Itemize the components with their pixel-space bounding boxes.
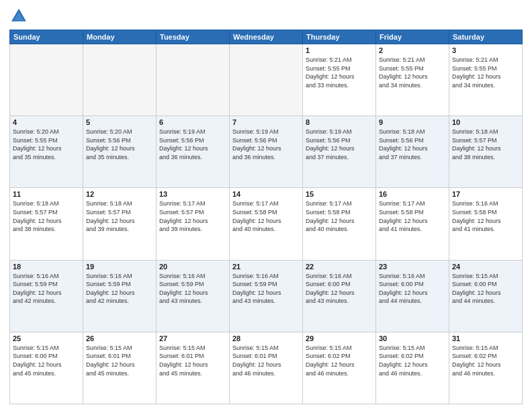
day-info: Sunrise: 5:16 AM Sunset: 5:59 PM Dayligh… bbox=[232, 272, 300, 306]
day-info: Sunrise: 5:16 AM Sunset: 5:59 PM Dayligh… bbox=[86, 272, 153, 306]
calendar-cell: 25Sunrise: 5:15 AM Sunset: 6:00 PM Dayli… bbox=[10, 332, 83, 404]
day-number: 16 bbox=[379, 190, 446, 198]
day-info: Sunrise: 5:21 AM Sunset: 5:55 PM Dayligh… bbox=[379, 56, 446, 89]
calendar-cell bbox=[157, 44, 230, 116]
calendar-table: SundayMondayTuesdayWednesdayThursdayFrid… bbox=[9, 30, 523, 404]
logo bbox=[9, 7, 31, 26]
calendar-cell: 28Sunrise: 5:15 AM Sunset: 6:01 PM Dayli… bbox=[230, 332, 303, 404]
day-number: 20 bbox=[159, 263, 226, 271]
day-number: 9 bbox=[379, 118, 446, 126]
day-number: 11 bbox=[13, 190, 80, 198]
day-info: Sunrise: 5:18 AM Sunset: 5:57 PM Dayligh… bbox=[86, 199, 153, 233]
day-info: Sunrise: 5:15 AM Sunset: 6:01 PM Dayligh… bbox=[232, 344, 300, 377]
day-info: Sunrise: 5:17 AM Sunset: 5:57 PM Dayligh… bbox=[159, 199, 226, 233]
day-info: Sunrise: 5:21 AM Sunset: 5:55 PM Dayligh… bbox=[452, 56, 519, 89]
calendar-week-3: 11Sunrise: 5:18 AM Sunset: 5:57 PM Dayli… bbox=[10, 188, 523, 260]
day-number: 22 bbox=[306, 263, 373, 271]
weekday-header-sunday: Sunday bbox=[10, 30, 83, 44]
day-number: 28 bbox=[232, 334, 300, 342]
calendar-cell: 26Sunrise: 5:15 AM Sunset: 6:01 PM Dayli… bbox=[83, 332, 157, 404]
weekday-header-saturday: Saturday bbox=[449, 30, 523, 44]
day-info: Sunrise: 5:20 AM Sunset: 5:55 PM Dayligh… bbox=[13, 128, 80, 161]
weekday-header-monday: Monday bbox=[83, 30, 157, 44]
calendar-cell bbox=[83, 44, 157, 116]
calendar-cell: 17Sunrise: 5:16 AM Sunset: 5:58 PM Dayli… bbox=[449, 188, 523, 260]
calendar-week-1: 1Sunrise: 5:21 AM Sunset: 5:55 PM Daylig… bbox=[10, 44, 523, 116]
calendar-cell: 27Sunrise: 5:15 AM Sunset: 6:01 PM Dayli… bbox=[157, 332, 230, 404]
day-info: Sunrise: 5:17 AM Sunset: 5:58 PM Dayligh… bbox=[232, 199, 300, 233]
day-number: 24 bbox=[452, 263, 519, 271]
day-info: Sunrise: 5:15 AM Sunset: 6:02 PM Dayligh… bbox=[452, 344, 519, 377]
day-number: 10 bbox=[452, 118, 519, 126]
day-number: 23 bbox=[379, 263, 446, 271]
calendar-cell: 6Sunrise: 5:19 AM Sunset: 5:56 PM Daylig… bbox=[157, 116, 230, 188]
day-info: Sunrise: 5:15 AM Sunset: 6:00 PM Dayligh… bbox=[452, 272, 519, 306]
day-info: Sunrise: 5:15 AM Sunset: 6:01 PM Dayligh… bbox=[159, 344, 226, 377]
calendar-cell: 14Sunrise: 5:17 AM Sunset: 5:58 PM Dayli… bbox=[230, 188, 303, 260]
day-info: Sunrise: 5:15 AM Sunset: 6:01 PM Dayligh… bbox=[86, 344, 153, 377]
day-info: Sunrise: 5:16 AM Sunset: 5:59 PM Dayligh… bbox=[159, 272, 226, 306]
day-number: 19 bbox=[86, 263, 153, 271]
day-info: Sunrise: 5:16 AM Sunset: 5:59 PM Dayligh… bbox=[13, 272, 80, 306]
calendar-cell: 24Sunrise: 5:15 AM Sunset: 6:00 PM Dayli… bbox=[449, 260, 523, 332]
calendar-cell: 11Sunrise: 5:18 AM Sunset: 5:57 PM Dayli… bbox=[10, 188, 83, 260]
page: SundayMondayTuesdayWednesdayThursdayFrid… bbox=[0, 0, 532, 411]
day-info: Sunrise: 5:19 AM Sunset: 5:56 PM Dayligh… bbox=[232, 128, 300, 161]
day-info: Sunrise: 5:21 AM Sunset: 5:55 PM Dayligh… bbox=[306, 56, 373, 89]
calendar-cell: 22Sunrise: 5:16 AM Sunset: 6:00 PM Dayli… bbox=[303, 260, 376, 332]
calendar-cell: 31Sunrise: 5:15 AM Sunset: 6:02 PM Dayli… bbox=[449, 332, 523, 404]
calendar-cell bbox=[230, 44, 303, 116]
calendar-cell: 7Sunrise: 5:19 AM Sunset: 5:56 PM Daylig… bbox=[230, 116, 303, 188]
calendar-cell: 1Sunrise: 5:21 AM Sunset: 5:55 PM Daylig… bbox=[303, 44, 376, 116]
day-number: 14 bbox=[232, 190, 300, 198]
day-info: Sunrise: 5:19 AM Sunset: 5:56 PM Dayligh… bbox=[159, 128, 226, 161]
day-number: 25 bbox=[13, 334, 80, 342]
calendar-cell: 3Sunrise: 5:21 AM Sunset: 5:55 PM Daylig… bbox=[449, 44, 523, 116]
calendar-cell: 2Sunrise: 5:21 AM Sunset: 5:55 PM Daylig… bbox=[376, 44, 449, 116]
day-number: 15 bbox=[306, 190, 373, 198]
day-number: 17 bbox=[452, 190, 519, 198]
day-info: Sunrise: 5:16 AM Sunset: 6:00 PM Dayligh… bbox=[306, 272, 373, 306]
weekday-header-tuesday: Tuesday bbox=[157, 30, 230, 44]
calendar-cell: 30Sunrise: 5:15 AM Sunset: 6:02 PM Dayli… bbox=[376, 332, 449, 404]
calendar-cell: 16Sunrise: 5:17 AM Sunset: 5:58 PM Dayli… bbox=[376, 188, 449, 260]
calendar-week-2: 4Sunrise: 5:20 AM Sunset: 5:55 PM Daylig… bbox=[10, 116, 523, 188]
header bbox=[9, 7, 523, 26]
day-info: Sunrise: 5:18 AM Sunset: 5:56 PM Dayligh… bbox=[379, 128, 446, 161]
calendar-cell: 8Sunrise: 5:19 AM Sunset: 5:56 PM Daylig… bbox=[303, 116, 376, 188]
day-info: Sunrise: 5:16 AM Sunset: 6:00 PM Dayligh… bbox=[379, 272, 446, 306]
day-number: 12 bbox=[86, 190, 153, 198]
day-info: Sunrise: 5:15 AM Sunset: 6:02 PM Dayligh… bbox=[379, 344, 446, 377]
calendar-cell: 5Sunrise: 5:20 AM Sunset: 5:56 PM Daylig… bbox=[83, 116, 157, 188]
calendar-cell: 21Sunrise: 5:16 AM Sunset: 5:59 PM Dayli… bbox=[230, 260, 303, 332]
day-number: 5 bbox=[86, 118, 153, 126]
day-number: 21 bbox=[232, 263, 300, 271]
day-number: 3 bbox=[452, 46, 519, 54]
day-number: 30 bbox=[379, 334, 446, 342]
day-number: 1 bbox=[306, 46, 373, 54]
calendar-cell: 18Sunrise: 5:16 AM Sunset: 5:59 PM Dayli… bbox=[10, 260, 83, 332]
weekday-header-thursday: Thursday bbox=[303, 30, 376, 44]
calendar-cell: 19Sunrise: 5:16 AM Sunset: 5:59 PM Dayli… bbox=[83, 260, 157, 332]
day-info: Sunrise: 5:19 AM Sunset: 5:56 PM Dayligh… bbox=[306, 128, 373, 161]
day-number: 18 bbox=[13, 263, 80, 271]
calendar-cell bbox=[10, 44, 83, 116]
weekday-header-friday: Friday bbox=[376, 30, 449, 44]
day-number: 2 bbox=[379, 46, 446, 54]
day-info: Sunrise: 5:17 AM Sunset: 5:58 PM Dayligh… bbox=[306, 199, 373, 233]
calendar-cell: 20Sunrise: 5:16 AM Sunset: 5:59 PM Dayli… bbox=[157, 260, 230, 332]
calendar-cell: 13Sunrise: 5:17 AM Sunset: 5:57 PM Dayli… bbox=[157, 188, 230, 260]
day-info: Sunrise: 5:15 AM Sunset: 6:00 PM Dayligh… bbox=[13, 344, 80, 377]
calendar-cell: 12Sunrise: 5:18 AM Sunset: 5:57 PM Dayli… bbox=[83, 188, 157, 260]
day-number: 31 bbox=[452, 334, 519, 342]
calendar-cell: 10Sunrise: 5:18 AM Sunset: 5:57 PM Dayli… bbox=[449, 116, 523, 188]
calendar-cell: 4Sunrise: 5:20 AM Sunset: 5:55 PM Daylig… bbox=[10, 116, 83, 188]
calendar-header-row: SundayMondayTuesdayWednesdayThursdayFrid… bbox=[10, 30, 523, 44]
day-number: 4 bbox=[13, 118, 80, 126]
day-number: 6 bbox=[159, 118, 226, 126]
calendar-week-5: 25Sunrise: 5:15 AM Sunset: 6:00 PM Dayli… bbox=[10, 332, 523, 404]
logo-icon bbox=[9, 7, 28, 26]
weekday-header-wednesday: Wednesday bbox=[230, 30, 303, 44]
day-number: 13 bbox=[159, 190, 226, 198]
day-number: 8 bbox=[306, 118, 373, 126]
